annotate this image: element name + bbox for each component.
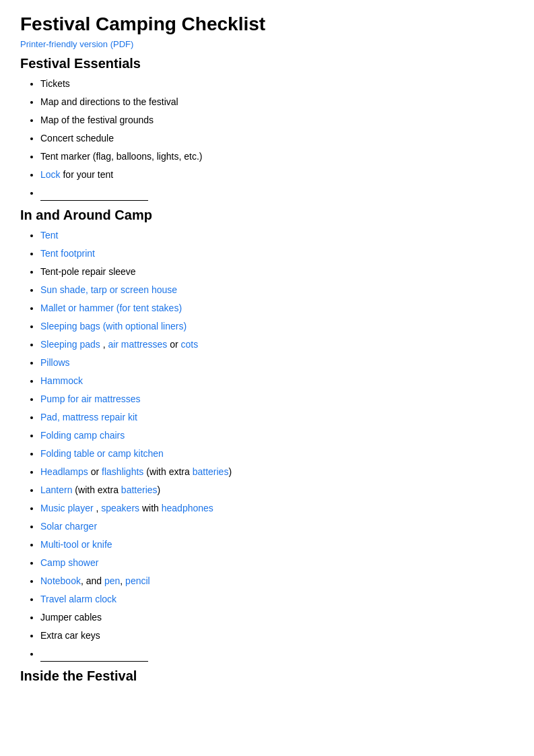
- list-item: Pad, mattress repair kit: [40, 410, 514, 424]
- list-item: Lock for your tent: [40, 168, 514, 182]
- list-item: [40, 186, 514, 201]
- item-link-1-16[interactable]: Solar charger: [40, 521, 97, 532]
- headphones-link[interactable]: headphones: [162, 503, 213, 513]
- flashlights-link[interactable]: flashlights: [102, 466, 143, 477]
- item-link-1-11[interactable]: Folding camp chairs: [40, 430, 125, 441]
- list-item: Travel alarm clock: [40, 592, 514, 606]
- list-item: Camp shower: [40, 556, 514, 570]
- list-item: Folding camp chairs: [40, 429, 514, 443]
- item-link-1-7[interactable]: Pillows: [40, 357, 70, 368]
- pencil-link[interactable]: pencil: [125, 575, 150, 586]
- item-link-1-17[interactable]: Multi-tool or knife: [40, 539, 112, 550]
- music-player-link[interactable]: Music player: [40, 503, 94, 513]
- list-item: Pillows: [40, 356, 514, 370]
- blank-line: [40, 647, 148, 662]
- item-link-1-9[interactable]: Pump for air mattresses: [40, 393, 141, 404]
- list-item: Jumper cables: [40, 610, 514, 625]
- section-heading-festival-essentials: Festival Essentials: [20, 56, 514, 71]
- item-link-1-18[interactable]: Camp shower: [40, 557, 98, 568]
- list-item: Headlamps or flashlights (with extra bat…: [40, 465, 514, 479]
- list-item: Map and directions to the festival: [40, 95, 514, 109]
- list-item: [40, 647, 514, 662]
- item-link-1-3[interactable]: Sun shade, tarp or screen house: [40, 284, 177, 295]
- pen-link[interactable]: pen: [104, 575, 120, 586]
- lantern-link[interactable]: Lantern: [40, 484, 72, 495]
- list-item: Map of the festival grounds: [40, 113, 514, 127]
- air-mattresses-link[interactable]: air mattresses: [108, 339, 167, 350]
- item-link-1-4[interactable]: Mallet or hammer (for tent stakes): [40, 303, 182, 313]
- item-link-1-1[interactable]: Tent footprint: [40, 248, 95, 259]
- section-heading-inside-the-festival: Inside the Festival: [20, 668, 514, 684]
- section-list-festival-essentials: TicketsMap and directions to the festiva…: [40, 77, 514, 201]
- list-item: Hammock: [40, 374, 514, 388]
- list-item: Mallet or hammer (for tent stakes): [40, 301, 514, 315]
- cots-link[interactable]: cots: [181, 339, 199, 350]
- list-item: Tent marker (flag, balloons, lights, etc…: [40, 150, 514, 164]
- list-item: Solar charger: [40, 519, 514, 534]
- list-item: Sun shade, tarp or screen house: [40, 283, 514, 297]
- item-link-1-5[interactable]: Sleeping bags (with optional liners): [40, 321, 187, 332]
- printer-link[interactable]: Printer-friendly version (PDF): [20, 39, 514, 49]
- list-item: Tent footprint: [40, 247, 514, 261]
- list-item: Concert schedule: [40, 131, 514, 146]
- notebook-link[interactable]: Notebook: [40, 575, 81, 586]
- sleeping-pads-link[interactable]: Sleeping pads: [40, 339, 100, 350]
- batteries2-link[interactable]: batteries: [121, 484, 158, 495]
- speakers-link[interactable]: speakers: [101, 503, 139, 513]
- item-link-1-10[interactable]: Pad, mattress repair kit: [40, 412, 137, 422]
- blank-line: [40, 186, 148, 201]
- list-item: Sleeping pads , air mattresses or cots: [40, 338, 514, 352]
- list-item: Multi-tool or knife: [40, 538, 514, 552]
- item-link-1-20[interactable]: Travel alarm clock: [40, 594, 116, 604]
- list-item: Extra car keys: [40, 629, 514, 643]
- list-item: Music player , speakers with headphones: [40, 501, 514, 515]
- item-link-1-8[interactable]: Hammock: [40, 375, 83, 386]
- list-item: Pump for air mattresses: [40, 392, 514, 406]
- list-item: Tickets: [40, 77, 514, 91]
- page-title: Festival Camping Checklist: [20, 13, 514, 35]
- batteries-link[interactable]: batteries: [193, 466, 229, 477]
- headlamps-link[interactable]: Headlamps: [40, 466, 88, 477]
- lock-link[interactable]: Lock: [40, 169, 61, 180]
- item-link-1-0[interactable]: Tent: [40, 230, 58, 241]
- list-item: Lantern (with extra batteries): [40, 483, 514, 497]
- list-item: Folding table or camp kitchen: [40, 447, 514, 461]
- item-link-1-12[interactable]: Folding table or camp kitchen: [40, 448, 164, 459]
- list-item: Tent: [40, 228, 514, 243]
- section-heading-in-and-around-camp: In and Around Camp: [20, 208, 514, 223]
- section-list-in-and-around-camp: TentTent footprintTent-pole repair sleev…: [40, 228, 514, 662]
- list-item: Notebook, and pen, pencil: [40, 574, 514, 588]
- list-item: Sleeping bags (with optional liners): [40, 319, 514, 334]
- list-item: Tent-pole repair sleeve: [40, 265, 514, 279]
